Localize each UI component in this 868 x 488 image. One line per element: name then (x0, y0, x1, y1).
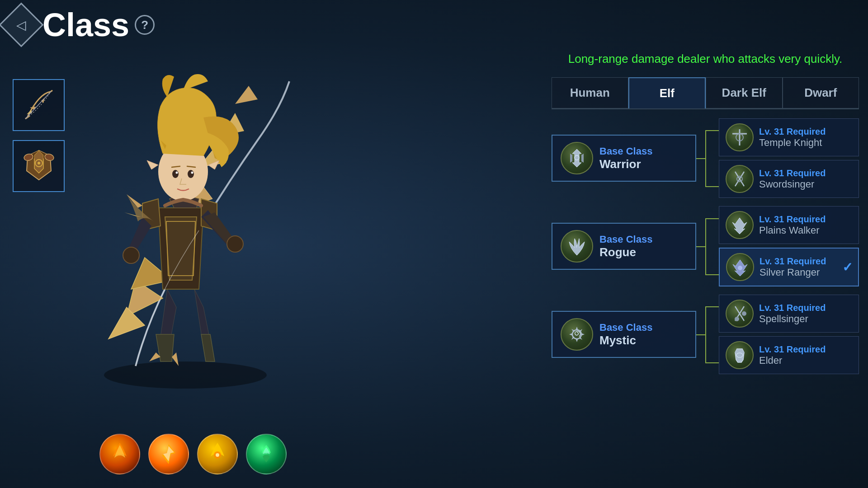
tab-elf[interactable]: Elf (628, 77, 706, 108)
spellsinger-name: Spellsinger (759, 313, 826, 325)
warrior-base-label: Base Class (599, 145, 652, 157)
right-panel: Long-range damage dealer who attacks ver… (552, 0, 868, 488)
character-display (54, 27, 316, 389)
rogue-section: Base Class Rogue Lv. 3 (552, 206, 859, 286)
plains-walker-icon (726, 211, 754, 239)
elder-req: Lv. 31 Required (759, 344, 826, 355)
mystic-icon (561, 318, 593, 351)
swordsinger-text: Lv. 31 Required Swordsinger (759, 168, 826, 190)
tab-dark-elf[interactable]: Dark Elf (706, 77, 783, 108)
svg-point-9 (172, 170, 179, 178)
rogue-base-class[interactable]: Base Class Rogue (552, 223, 696, 270)
left-panel (0, 0, 316, 488)
mystic-text: Base Class Mystic (599, 322, 652, 347)
svg-line-0 (25, 91, 51, 119)
skill-orb-2[interactable] (148, 434, 189, 474)
tab-dwarf[interactable]: Dwarf (783, 77, 859, 108)
skill-orb-1[interactable] (99, 434, 140, 474)
rogue-name: Rogue (599, 245, 652, 259)
elder-icon (726, 341, 754, 369)
skill-orb-3[interactable] (197, 434, 238, 474)
mystic-name: Mystic (599, 333, 652, 347)
selected-checkmark: ✓ (842, 260, 853, 275)
skill-orb-4[interactable] (246, 434, 287, 474)
silver-ranger-text: Lv. 31 Required Silver Ranger (760, 256, 826, 278)
spellsinger-text: Lv. 31 Required Spellsinger (759, 303, 826, 325)
svg-point-27 (742, 311, 746, 316)
mystic-base-label: Base Class (599, 322, 652, 333)
warrior-text: Base Class Warrior (599, 145, 652, 171)
plains-walker-item[interactable]: Lv. 31 Required Plains Walker (719, 206, 859, 244)
tab-human[interactable]: Human (552, 77, 628, 108)
svg-point-22 (738, 266, 742, 270)
warrior-icon (561, 142, 593, 174)
spellsinger-icon (726, 300, 754, 328)
temple-knight-item[interactable]: Lv. 31 Required Temple Knight (719, 118, 859, 156)
rogue-subclasses: Lv. 31 Required Plains Walker Lv. 31 Req… (719, 206, 859, 286)
silver-ranger-name: Silver Ranger (760, 267, 826, 278)
spellsinger-req: Lv. 31 Required (759, 303, 826, 313)
swordsinger-req: Lv. 31 Required (759, 168, 826, 178)
temple-knight-req: Lv. 31 Required (759, 127, 826, 137)
warrior-base-class[interactable]: Base Class Warrior (552, 135, 696, 182)
temple-knight-icon (726, 123, 754, 151)
rogue-text: Base Class Rogue (599, 234, 652, 259)
rogue-base-label: Base Class (599, 234, 652, 245)
weapon-icon (19, 85, 59, 126)
rogue-icon (561, 230, 593, 263)
temple-knight-text: Lv. 31 Required Temple Knight (759, 127, 826, 149)
svg-point-6 (123, 247, 139, 263)
swordsinger-icon (726, 165, 754, 193)
temple-knight-name: Temple Knight (759, 137, 826, 149)
warrior-name: Warrior (599, 157, 652, 171)
swordsinger-item[interactable]: Lv. 31 Required Swordsinger (719, 160, 859, 198)
mystic-subclasses: Lv. 31 Required Spellsinger (719, 295, 859, 374)
plains-walker-req: Lv. 31 Required (759, 214, 826, 225)
plains-walker-name: Plains Walker (759, 225, 826, 236)
mystic-section: Base Class Mystic (552, 295, 859, 374)
warrior-section: Base Class Warrior (552, 118, 859, 198)
spellsinger-item[interactable]: Lv. 31 Required Spellsinger (719, 295, 859, 333)
class-description: Long-range damage dealer who attacks ver… (552, 52, 859, 66)
svg-point-7 (227, 236, 243, 252)
plains-walker-text: Lv. 31 Required Plains Walker (759, 214, 826, 236)
silver-ranger-item[interactable]: Lv. 31 Required Silver Ranger ✓ (719, 248, 859, 286)
elder-name: Elder (759, 355, 826, 366)
svg-point-26 (735, 317, 739, 321)
armor-icon (19, 146, 59, 187)
elder-item[interactable]: Lv. 31 Required Elder (719, 336, 859, 374)
svg-point-14 (216, 453, 219, 457)
svg-point-10 (188, 170, 194, 178)
svg-point-4 (38, 162, 40, 164)
elder-text: Lv. 31 Required Elder (759, 344, 826, 366)
silver-ranger-icon (726, 253, 754, 281)
svg-point-5 (104, 361, 267, 389)
skill-orbs (99, 434, 287, 474)
svg-point-11 (176, 172, 178, 174)
warrior-subclasses: Lv. 31 Required Temple Knight Lv. 31 Req… (719, 118, 859, 198)
swordsinger-name: Swordsinger (759, 178, 826, 190)
silver-ranger-req: Lv. 31 Required (760, 256, 826, 267)
race-tabs: Human Elf Dark Elf Dwarf (552, 77, 859, 109)
svg-point-12 (191, 172, 193, 174)
mystic-base-class[interactable]: Base Class Mystic (552, 311, 696, 358)
